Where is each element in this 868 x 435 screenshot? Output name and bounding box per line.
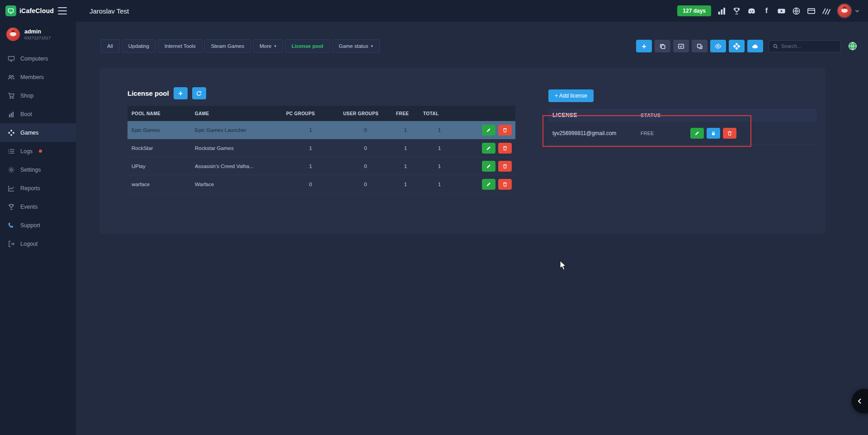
sidebar-item-computers[interactable]: Computers (0, 49, 76, 68)
add-license-button[interactable]: + Add license (548, 89, 594, 102)
sidebar-item-members[interactable]: Members (0, 68, 76, 86)
gear-icon (8, 166, 15, 173)
tab-label: More (259, 43, 271, 49)
edit-pool-button[interactable] (482, 179, 495, 190)
brand-name: iCafeCloud (19, 7, 54, 14)
discord-icon[interactable] (747, 7, 756, 15)
edit-pool-button[interactable] (482, 125, 495, 136)
trophy-icon[interactable] (732, 7, 741, 15)
eye-icon (715, 43, 722, 50)
lock-license-button[interactable] (707, 128, 720, 139)
pool-name-cell: RockStar (127, 145, 191, 151)
licenses-section: + Add license LICENSE STATUS tyv25699881… (548, 89, 817, 145)
game-cell: Warface (191, 182, 282, 187)
user-groups-cell: 0 (339, 182, 392, 187)
delete-pool-button[interactable] (498, 125, 512, 136)
refresh-button[interactable] (192, 87, 206, 99)
pool-name-cell: warface (127, 182, 191, 187)
user-menu[interactable] (837, 3, 860, 19)
edit-pool-button[interactable] (482, 143, 495, 154)
preview-button[interactable] (710, 40, 726, 52)
tab-steam-games[interactable]: Steam Games (204, 39, 251, 53)
table-row[interactable]: warface Warface 0 0 1 1 (127, 175, 515, 193)
facebook-icon[interactable]: f (762, 7, 771, 15)
license-days-badge[interactable]: 127 days (677, 5, 711, 16)
cloud-sync-button[interactable] (747, 40, 763, 52)
youtube-icon[interactable] (777, 7, 786, 15)
caret-down-icon: ▾ (274, 44, 276, 48)
sidebar-item-support[interactable]: Support (0, 216, 76, 234)
delete-pool-button[interactable] (498, 161, 512, 172)
stats-icon[interactable] (717, 7, 726, 15)
delete-pool-button[interactable] (498, 143, 512, 154)
license-cell: tyv256998811@gmail.com (548, 130, 637, 136)
billing-icon[interactable] (807, 7, 816, 15)
user-groups-cell: 0 (339, 145, 392, 151)
delete-license-button[interactable] (723, 128, 736, 139)
sidebar-item-events[interactable]: Events (0, 197, 76, 216)
sidebar-item-logs[interactable]: Logs (0, 142, 76, 160)
tab-internet-tools[interactable]: Internet Tools (158, 39, 203, 53)
user-groups-cell: 0 (339, 164, 392, 169)
topbar: iCafeCloud Jaroslav Test 127 days f (0, 0, 868, 22)
app-logo-icon (5, 5, 16, 16)
total-cell: 1 (419, 127, 460, 133)
tab-all[interactable]: All (100, 39, 120, 53)
search-input[interactable] (781, 43, 837, 49)
delete-pool-button[interactable] (498, 179, 512, 190)
tab-game-status[interactable]: Game status▾ (332, 39, 380, 53)
free-cell: 1 (392, 164, 419, 169)
sidebar-item-boot[interactable]: Boot (0, 105, 76, 123)
table-row[interactable]: RockStar Rockstar Games 1 0 1 1 (127, 139, 515, 157)
table-row[interactable]: UPlay Assassin's Creed Valha... 1 0 1 1 (127, 157, 515, 175)
tab-more[interactable]: More▾ (253, 39, 283, 53)
total-cell: 1 (419, 145, 460, 151)
add-game-button[interactable]: + (636, 40, 652, 52)
batch-check-button[interactable] (673, 40, 689, 52)
sidebar-item-reports[interactable]: Reports (0, 179, 76, 197)
plus-icon: + (642, 42, 646, 50)
sidebar-item-label: Boot (20, 111, 32, 117)
sidebar-item-shop[interactable]: Shop (0, 86, 76, 105)
list-icon (8, 148, 15, 155)
hamburger-menu-icon[interactable] (58, 7, 67, 14)
edit-license-button[interactable] (690, 128, 704, 139)
col-pc-groups: PC GROUPS (282, 111, 339, 116)
tab-updating[interactable]: Updating (122, 39, 156, 53)
row-actions (460, 161, 515, 172)
brand[interactable]: iCafeCloud (0, 5, 76, 16)
sidebar-user-card[interactable]: admin 03271271517 (0, 22, 76, 47)
license-row[interactable]: tyv256998811@gmail.com FREE (548, 122, 817, 145)
license-pool-panel: License pool + POOL NAME GAME PC GROUPS … (99, 68, 825, 234)
sidebar-item-games[interactable]: Games (0, 123, 76, 142)
tab-license-pool[interactable]: License pool (285, 39, 330, 53)
copy-games-button[interactable] (655, 40, 670, 52)
tabstrip: All Updating Internet Tools Steam Games … (100, 39, 857, 53)
sidebar-item-label: Events (20, 204, 38, 210)
col-total: TOTAL (419, 111, 460, 116)
toolbar: + (636, 40, 857, 52)
table-row[interactable]: Epic Games Epic Games Launcher 1 0 1 1 (127, 121, 515, 139)
edit-pool-button[interactable] (482, 161, 495, 172)
globe-icon[interactable] (792, 7, 801, 15)
layers-icon[interactable] (822, 7, 830, 15)
trash-icon (502, 182, 508, 187)
pc-groups-cell: 1 (282, 164, 339, 169)
pencil-icon (486, 145, 491, 151)
cloud-icon (752, 43, 759, 50)
free-cell: 1 (392, 182, 419, 187)
sidebar-item-logout[interactable]: Logout (0, 234, 76, 253)
free-cell: 1 (392, 145, 419, 151)
sidebar-item-settings[interactable]: Settings (0, 160, 76, 179)
add-pool-button[interactable]: + (174, 87, 188, 99)
avatar[interactable] (837, 3, 852, 19)
tab-label: License pool (292, 43, 323, 49)
region-globe-icon[interactable] (848, 42, 857, 51)
sidebar-item-label: Logout (20, 241, 38, 247)
plus-icon: + (179, 90, 183, 97)
page-title: Jaroslav Test (90, 7, 129, 15)
tiles-view-button[interactable] (729, 40, 745, 52)
line-chart-icon (8, 185, 15, 192)
duplicate-button[interactable] (692, 40, 708, 52)
pool-section: License pool + POOL NAME GAME PC GROUPS … (127, 87, 515, 193)
